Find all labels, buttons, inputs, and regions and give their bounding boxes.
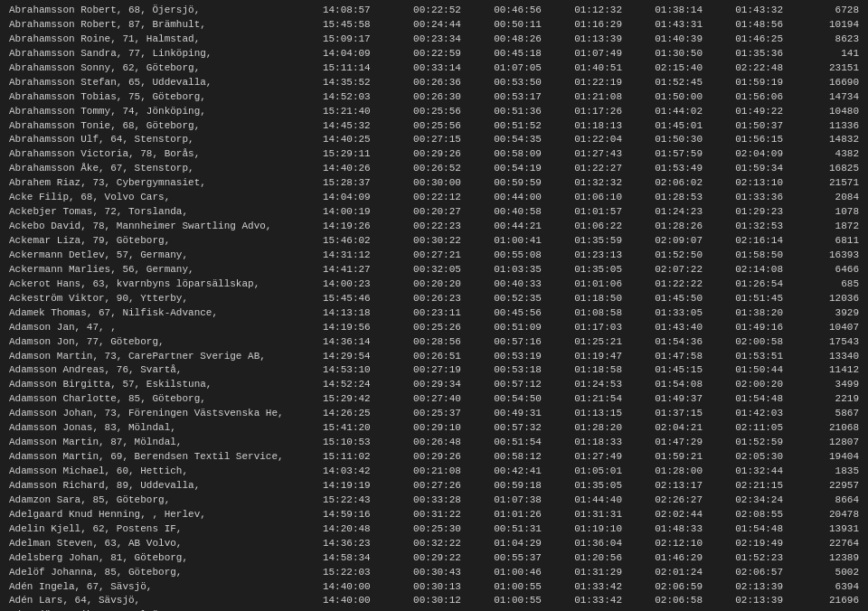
cell-4: 01:33:42 bbox=[571, 580, 651, 595]
cell-2: 00:27:21 bbox=[410, 249, 490, 263]
cell-0: Ackermann Marlies, 56, Germany, bbox=[5, 263, 319, 277]
cell-5: 02:06:59 bbox=[651, 580, 731, 595]
cell-1: 14:52:24 bbox=[319, 378, 410, 392]
cell-0: Abrahamsson Roine, 71, Halmstad, bbox=[5, 33, 319, 47]
cell-7: 1078 bbox=[812, 205, 863, 220]
table-row: Abrahamsson Victoria, 78, Borås,15:29:11… bbox=[5, 147, 863, 162]
cell-7: 3499 bbox=[812, 378, 863, 392]
cell-0: Adamek Thomas, 67, Nilfisk-Advance, bbox=[5, 306, 319, 321]
cell-6: 01:43:32 bbox=[731, 4, 812, 18]
cell-5: 01:44:02 bbox=[651, 105, 731, 119]
cell-7: 8664 bbox=[812, 494, 863, 508]
cell-1: 15:45:46 bbox=[319, 292, 410, 306]
cell-6: 01:26:54 bbox=[731, 277, 812, 292]
cell-5: 01:38:14 bbox=[651, 4, 731, 18]
cell-2: 00:30:22 bbox=[410, 234, 490, 249]
table-row: Ackebjer Tomas, 72, Torslanda,14:00:1900… bbox=[5, 205, 863, 220]
cell-6: 02:04:09 bbox=[731, 147, 812, 162]
cell-0: Adamsson Charlotte, 85, Göteborg, bbox=[5, 392, 319, 407]
table-row: Adamsson Birgitta, 57, Eskilstuna,14:52:… bbox=[5, 378, 863, 392]
cell-1: 15:41:20 bbox=[319, 421, 410, 436]
cell-5: 01:53:49 bbox=[651, 162, 731, 176]
cell-1: 14:45:32 bbox=[319, 119, 410, 134]
table-row: Adamsson Charlotte, 85, Göteborg,15:29:4… bbox=[5, 392, 863, 407]
cell-3: 00:45:56 bbox=[490, 306, 571, 321]
cell-4: 01:36:04 bbox=[571, 537, 651, 551]
cell-4: 01:16:29 bbox=[571, 18, 651, 33]
cell-3: 01:00:55 bbox=[490, 594, 571, 608]
cell-3: 00:51:52 bbox=[490, 119, 571, 134]
cell-0: Ackeström Viktor, 90, Ytterby, bbox=[5, 292, 319, 306]
cell-6: 02:06:57 bbox=[731, 566, 812, 580]
table-row: Abrahem Riaz, 73, Cybergymnasiet,15:28:3… bbox=[5, 176, 863, 191]
cell-5: 01:52:50 bbox=[651, 249, 731, 263]
cell-3: 00:59:18 bbox=[490, 479, 571, 494]
cell-4: 01:07:49 bbox=[571, 47, 651, 61]
cell-1: 14:41:27 bbox=[319, 263, 410, 277]
cell-0: Abrahamsson Åke, 67, Stenstorp, bbox=[5, 162, 319, 176]
cell-0: Abrahamsson Ulf, 64, Stenstorp, bbox=[5, 133, 319, 147]
cell-3: 00:40:33 bbox=[490, 277, 571, 292]
cell-2: 00:33:28 bbox=[410, 494, 490, 508]
cell-5: 01:50:30 bbox=[651, 133, 731, 147]
cell-2: 00:27:26 bbox=[410, 479, 490, 494]
table-row: Acke Filip, 68, Volvo Cars,14:04:0900:22… bbox=[5, 191, 863, 205]
cell-6: 02:00:58 bbox=[731, 335, 812, 350]
cell-6: 01:32:44 bbox=[731, 465, 812, 479]
cell-1: 14:53:10 bbox=[319, 363, 410, 378]
cell-6: 01:35:36 bbox=[731, 47, 812, 61]
cell-3: 00:44:00 bbox=[490, 191, 571, 205]
cell-5: 01:59:21 bbox=[651, 450, 731, 465]
cell-3: 00:51:36 bbox=[490, 105, 571, 119]
table-row: Adamzon Sara, 85, Göteborg,15:22:4300:33… bbox=[5, 494, 863, 508]
cell-6: 01:42:03 bbox=[731, 407, 812, 421]
cell-4: 01:35:05 bbox=[571, 263, 651, 277]
cell-5: 01:22:22 bbox=[651, 277, 731, 292]
cell-3: 00:51:09 bbox=[490, 321, 571, 335]
cell-4: 01:18:58 bbox=[571, 363, 651, 378]
cell-4: 01:21:08 bbox=[571, 90, 651, 105]
cell-5: 01:24:23 bbox=[651, 205, 731, 220]
cell-3: 01:07:05 bbox=[490, 61, 571, 76]
cell-1: 15:22:03 bbox=[319, 566, 410, 580]
table-row: Adén Ingela, 67, Sävsjö,14:40:0000:30:13… bbox=[5, 580, 863, 595]
cell-7: 6394 bbox=[812, 580, 863, 595]
table-row: Abrahamsson Tommy, 74, Jönköping,15:21:4… bbox=[5, 105, 863, 119]
cell-5: 01:57:59 bbox=[651, 147, 731, 162]
cell-7: 12036 bbox=[812, 292, 863, 306]
cell-1: 14:58:34 bbox=[319, 551, 410, 566]
cell-4: 01:18:33 bbox=[571, 436, 651, 450]
cell-4: 01:31:29 bbox=[571, 566, 651, 580]
cell-5: 01:45:01 bbox=[651, 119, 731, 134]
cell-6: 02:21:15 bbox=[731, 479, 812, 494]
cell-7: 21068 bbox=[812, 421, 863, 436]
cell-4: 01:31:31 bbox=[571, 508, 651, 522]
cell-2: 00:25:37 bbox=[410, 407, 490, 421]
cell-6: 01:52:59 bbox=[731, 436, 812, 450]
cell-1: 15:21:40 bbox=[319, 105, 410, 119]
cell-4: 01:17:26 bbox=[571, 105, 651, 119]
cell-7: 20478 bbox=[812, 508, 863, 522]
cell-0: Abrahamsson Tonie, 68, Göteborg, bbox=[5, 119, 319, 134]
cell-4: 01:01:57 bbox=[571, 205, 651, 220]
cell-7: 6466 bbox=[812, 263, 863, 277]
cell-5: 01:33:05 bbox=[651, 306, 731, 321]
cell-4: 01:22:27 bbox=[571, 162, 651, 176]
cell-3: 00:46:56 bbox=[490, 4, 571, 18]
cell-7: 10194 bbox=[812, 18, 863, 33]
cell-6: 01:56:15 bbox=[731, 133, 812, 147]
cell-2: 00:26:52 bbox=[410, 162, 490, 176]
cell-1: 15:45:58 bbox=[319, 18, 410, 33]
cell-3: 00:40:58 bbox=[490, 205, 571, 220]
cell-5: 01:49:37 bbox=[651, 392, 731, 407]
cell-0: Acke Filip, 68, Volvo Cars, bbox=[5, 191, 319, 205]
cell-6: 02:22:48 bbox=[731, 61, 812, 76]
cell-2: 00:26:23 bbox=[410, 292, 490, 306]
cell-2: 00:31:22 bbox=[410, 508, 490, 522]
table-row: Ackebo David, 78, Mannheimer Swartling A… bbox=[5, 220, 863, 234]
cell-5: 01:43:40 bbox=[651, 321, 731, 335]
cell-5: 01:28:00 bbox=[651, 465, 731, 479]
cell-0: Abrahamsson Sandra, 77, Linköping, bbox=[5, 47, 319, 61]
cell-7: 17543 bbox=[812, 335, 863, 350]
cell-1: 15:28:37 bbox=[319, 176, 410, 191]
